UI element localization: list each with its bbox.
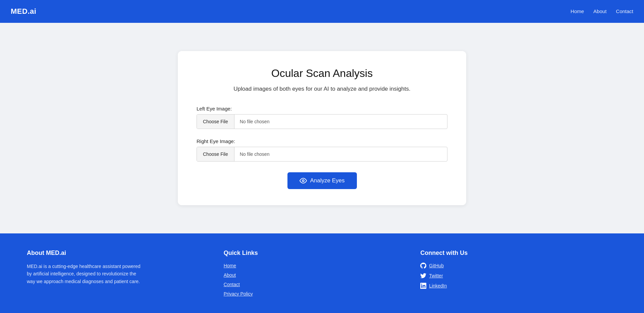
nav-links: Home About Contact xyxy=(571,8,633,14)
nav-home[interactable]: Home xyxy=(571,8,584,14)
right-eye-file-wrapper: Choose File No file chosen xyxy=(197,147,447,162)
scan-card: Ocular Scan Analysis Upload images of bo… xyxy=(178,51,466,205)
main-content: Ocular Scan Analysis Upload images of bo… xyxy=(0,23,644,233)
linkedin-link[interactable]: LinkedIn xyxy=(429,283,447,288)
brand-logo: MED.ai xyxy=(11,7,36,16)
analyze-btn-label: Analyze Eyes xyxy=(310,177,345,184)
footer-links-title: Quick Links xyxy=(224,250,421,257)
linkedin-icon xyxy=(420,283,426,289)
right-eye-label: Right Eye Image: xyxy=(197,138,447,144)
svg-point-0 xyxy=(302,180,304,182)
card-subtitle: Upload images of both eyes for our AI to… xyxy=(197,86,447,92)
footer-about-text: MED.ai is a cutting-edge healthcare assi… xyxy=(27,263,141,285)
footer-connect-title: Connect with Us xyxy=(420,250,617,257)
left-eye-group: Left Eye Image: Choose File No file chos… xyxy=(197,106,447,129)
eye-icon xyxy=(300,177,307,184)
footer-link-home[interactable]: Home xyxy=(224,263,236,268)
twitter-link[interactable]: Twitter xyxy=(429,273,443,278)
github-icon xyxy=(420,263,426,269)
left-eye-no-file: No file chosen xyxy=(234,116,447,128)
card-title: Ocular Scan Analysis xyxy=(197,67,447,80)
github-link[interactable]: GitHub xyxy=(429,263,444,268)
footer-link-privacy[interactable]: Privacy Policy xyxy=(224,291,253,297)
footer-links-col: Quick Links Home About Contact Privacy P… xyxy=(224,250,421,297)
twitter-icon xyxy=(420,273,426,279)
left-eye-label: Left Eye Image: xyxy=(197,106,447,111)
social-linkedin-item: LinkedIn xyxy=(420,283,617,289)
footer-quick-links: Home About Contact Privacy Policy xyxy=(224,263,421,297)
nav-about[interactable]: About xyxy=(593,8,606,14)
footer-link-about[interactable]: About xyxy=(224,272,236,278)
social-twitter-item: Twitter xyxy=(420,273,617,279)
left-eye-file-wrapper: Choose File No file chosen xyxy=(197,114,447,129)
footer-about-title: About MED.ai xyxy=(27,250,224,257)
footer-link-contact[interactable]: Contact xyxy=(224,282,240,287)
right-eye-group: Right Eye Image: Choose File No file cho… xyxy=(197,138,447,162)
footer: About MED.ai MED.ai is a cutting-edge he… xyxy=(0,233,644,313)
nav-contact[interactable]: Contact xyxy=(616,8,633,14)
footer-about-col: About MED.ai MED.ai is a cutting-edge he… xyxy=(27,250,224,297)
social-links: GitHub Twitter LinkedIn xyxy=(420,263,617,289)
social-github-item: GitHub xyxy=(420,263,617,269)
analyze-btn-wrapper: Analyze Eyes xyxy=(197,172,447,189)
right-eye-choose-btn[interactable]: Choose File xyxy=(197,147,234,161)
analyze-button[interactable]: Analyze Eyes xyxy=(287,172,357,189)
footer-connect-col: Connect with Us GitHub Twitter xyxy=(420,250,617,297)
right-eye-no-file: No file chosen xyxy=(234,148,447,160)
navbar: MED.ai Home About Contact xyxy=(0,0,644,23)
left-eye-choose-btn[interactable]: Choose File xyxy=(197,115,234,129)
